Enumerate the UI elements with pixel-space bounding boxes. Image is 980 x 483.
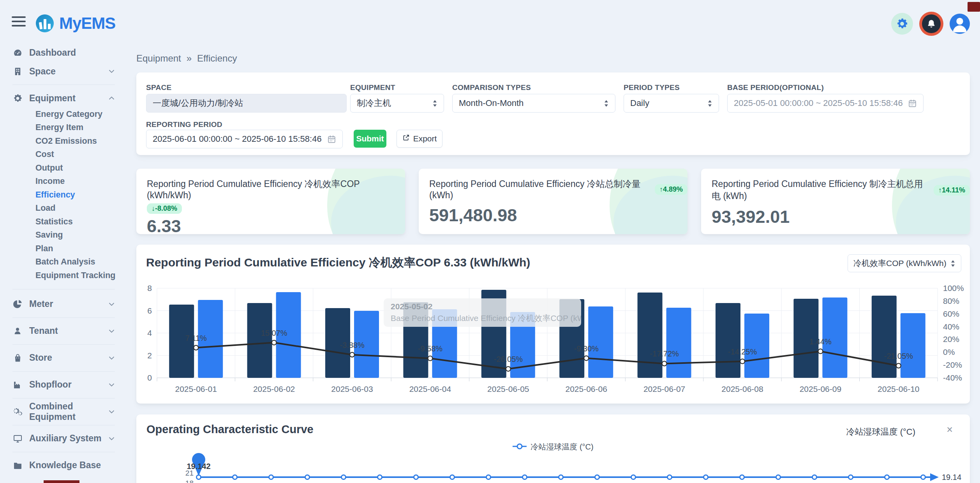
bar-reporting-period[interactable] bbox=[901, 313, 925, 378]
line-marker[interactable] bbox=[378, 475, 382, 479]
settings-button[interactable] bbox=[891, 13, 913, 35]
sidebar-divider bbox=[12, 371, 115, 372]
line-marker[interactable] bbox=[740, 475, 744, 479]
change-rate-label: 1.44% bbox=[809, 337, 832, 346]
line-marker[interactable] bbox=[662, 361, 667, 366]
sidebar-item-dashboard[interactable]: Dashboard bbox=[0, 43, 121, 62]
bar-base-period[interactable] bbox=[872, 296, 897, 378]
line-marker[interactable] bbox=[506, 367, 511, 371]
breadcrumb: Equipment » Efficiency bbox=[136, 53, 237, 64]
period-types-select[interactable]: Daily bbox=[624, 94, 719, 113]
change-rate-label: -26.05% bbox=[494, 355, 523, 363]
line-marker[interactable] bbox=[428, 356, 432, 361]
bar-base-period[interactable] bbox=[638, 293, 663, 378]
wet-bulb-temperature-curve[interactable]: 211819.1419.142 bbox=[136, 414, 970, 483]
sidebar-divider bbox=[12, 289, 115, 289]
sidebar-item-load[interactable]: Load bbox=[0, 202, 121, 215]
arrow-head-icon bbox=[930, 473, 939, 481]
line-marker[interactable] bbox=[885, 475, 889, 479]
line-marker[interactable] bbox=[896, 363, 901, 368]
sidebar-item-energy-item[interactable]: Energy Item bbox=[0, 121, 121, 135]
line-marker[interactable] bbox=[450, 475, 455, 479]
hamburger-menu-icon[interactable] bbox=[12, 16, 26, 28]
export-button[interactable]: Export bbox=[397, 130, 442, 148]
sidebar-item-combined-equipment[interactable]: Combined Equipment bbox=[0, 402, 121, 421]
bar-reporting-period[interactable] bbox=[666, 308, 691, 378]
line-marker[interactable] bbox=[269, 475, 273, 479]
line-marker[interactable] bbox=[818, 349, 823, 354]
line-marker[interactable] bbox=[921, 475, 925, 479]
line-marker[interactable] bbox=[849, 475, 853, 479]
line-marker[interactable] bbox=[776, 475, 781, 479]
sidebar-item-income[interactable]: Income bbox=[0, 175, 121, 189]
reporting-period-input[interactable]: 2025-06-01 00:00:00 ~ 2025-06-10 15:58:4… bbox=[146, 130, 343, 148]
calendar-icon bbox=[908, 99, 917, 108]
line-marker[interactable] bbox=[704, 475, 708, 479]
sidebar-item-co2-emissions[interactable]: CO2 Emissions bbox=[0, 134, 121, 148]
bar-base-period[interactable] bbox=[716, 303, 740, 378]
sidebar-item-knowledge-base[interactable]: Knowledge Base bbox=[0, 456, 121, 475]
line-marker[interactable] bbox=[523, 475, 527, 479]
line-marker[interactable] bbox=[194, 346, 198, 350]
sidebar-item-cost[interactable]: Cost bbox=[0, 148, 121, 162]
sidebar-item-label: Combined Equipment bbox=[29, 401, 108, 422]
line-marker[interactable] bbox=[631, 475, 636, 479]
sidebar-item-shopfloor[interactable]: Shopfloor bbox=[0, 375, 121, 394]
kpi-value: 93,392.01 bbox=[712, 207, 970, 227]
sidebar-item-statistics[interactable]: Statistics bbox=[0, 215, 121, 229]
cop-chart-card: Reporting Period Cumulative Efficiency 冷… bbox=[136, 245, 970, 404]
kpi-value: 6.33 bbox=[147, 216, 405, 234]
sidebar-item-output[interactable]: Output bbox=[0, 161, 121, 175]
y-axis-right-tick: -40% bbox=[943, 373, 962, 382]
notifications-button[interactable] bbox=[919, 12, 943, 36]
line-marker[interactable] bbox=[559, 475, 563, 479]
space-input[interactable]: 一度城/公用动力/制冷站 bbox=[146, 94, 347, 113]
equipment-select[interactable]: 制冷主机 bbox=[350, 94, 444, 113]
sidebar-item-energy-category[interactable]: Energy Category bbox=[0, 108, 121, 121]
sidebar-item-saving[interactable]: Saving bbox=[0, 229, 121, 242]
line-marker[interactable] bbox=[342, 475, 346, 479]
line-marker[interactable] bbox=[486, 475, 491, 479]
bar-base-period[interactable] bbox=[247, 303, 272, 378]
line-marker[interactable] bbox=[584, 356, 589, 361]
sidebar-item-plan[interactable]: Plan bbox=[0, 242, 121, 256]
user-avatar[interactable] bbox=[950, 14, 970, 34]
kpi-title: Reporting Period Cumulative Efficiency 制… bbox=[712, 178, 928, 202]
bar-reporting-period[interactable] bbox=[588, 307, 613, 378]
sidebar-item-equipment-tracking[interactable]: Equipment Tracking bbox=[0, 269, 121, 282]
double-gear-icon bbox=[12, 407, 23, 416]
line-marker[interactable] bbox=[272, 340, 277, 345]
line-marker[interactable] bbox=[414, 475, 418, 479]
kpi-card-cop: Reporting Period Cumulative Efficiency 冷… bbox=[136, 169, 405, 234]
sidebar-item-store[interactable]: Store bbox=[0, 349, 121, 367]
breadcrumb-equipment[interactable]: Equipment bbox=[136, 53, 181, 64]
line-marker[interactable] bbox=[305, 475, 310, 479]
factory-icon bbox=[12, 380, 23, 390]
line-marker[interactable] bbox=[668, 475, 672, 479]
y-axis-right-tick: 80% bbox=[943, 296, 959, 305]
monitor-icon bbox=[12, 434, 23, 443]
sidebar-item-tenant[interactable]: Tenant bbox=[0, 322, 121, 340]
brand-logo[interactable]: MyEMS bbox=[36, 14, 115, 33]
sidebar-item-space[interactable]: Space bbox=[0, 62, 121, 81]
line-marker[interactable] bbox=[595, 475, 599, 479]
line-marker[interactable] bbox=[350, 353, 354, 357]
bar-reporting-period[interactable] bbox=[744, 314, 769, 378]
sidebar-item-meter[interactable]: Meter bbox=[0, 295, 121, 314]
y-axis-tick: 18 bbox=[185, 479, 194, 483]
sidebar-item-batch-analysis[interactable]: Batch Analysis bbox=[0, 256, 121, 269]
sidebar-item-auxiliary-system[interactable]: Auxiliary System bbox=[0, 429, 121, 448]
chart-tooltip: 2025-05-02 Base Period Cumulative Effici… bbox=[384, 298, 581, 327]
sidebar-item-label: Shopfloor bbox=[29, 379, 108, 390]
line-marker[interactable] bbox=[233, 475, 237, 479]
gear-icon bbox=[12, 93, 23, 103]
comparison-types-select[interactable]: Month-On-Month bbox=[452, 94, 615, 113]
sidebar-item-equipment[interactable]: Equipment bbox=[0, 89, 121, 108]
line-marker[interactable] bbox=[740, 359, 745, 364]
line-marker[interactable] bbox=[813, 475, 817, 479]
sidebar-item-efficiency-active[interactable]: Efficiency bbox=[0, 188, 121, 202]
change-rate-label: 7.11% bbox=[185, 334, 207, 342]
base-period-input[interactable]: 2025-05-01 00:00:00 ~ 2025-05-10 15:58:4… bbox=[727, 94, 924, 113]
x-axis-label: 2025-06-10 bbox=[878, 384, 919, 393]
submit-button[interactable]: Submit bbox=[354, 130, 386, 148]
